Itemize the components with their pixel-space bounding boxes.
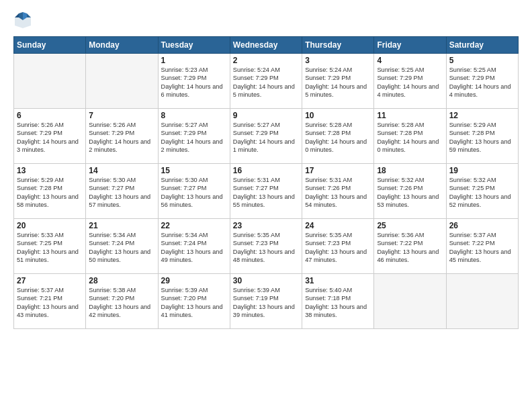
day-number: 9 — [233, 111, 299, 120]
day-info: Sunrise: 5:35 AM Sunset: 7:23 PM Dayligh… — [233, 231, 299, 265]
day-number: 4 — [377, 56, 443, 65]
day-number: 25 — [377, 221, 443, 230]
day-number: 24 — [305, 221, 371, 230]
day-cell: 2Sunrise: 5:24 AM Sunset: 7:29 PM Daylig… — [230, 54, 302, 109]
week-row-3: 13Sunrise: 5:29 AM Sunset: 7:28 PM Dayli… — [14, 164, 519, 219]
day-cell: 17Sunrise: 5:31 AM Sunset: 7:26 PM Dayli… — [302, 164, 374, 219]
day-number: 28 — [89, 276, 154, 285]
day-number: 10 — [305, 111, 371, 120]
calendar: SundayMondayTuesdayWednesdayThursdayFrid… — [13, 36, 519, 329]
day-info: Sunrise: 5:37 AM Sunset: 7:22 PM Dayligh… — [449, 231, 515, 265]
day-cell: 12Sunrise: 5:29 AM Sunset: 7:28 PM Dayli… — [446, 109, 518, 164]
day-cell: 26Sunrise: 5:37 AM Sunset: 7:22 PM Dayli… — [446, 219, 518, 274]
day-info: Sunrise: 5:27 AM Sunset: 7:29 PM Dayligh… — [161, 121, 227, 154]
day-info: Sunrise: 5:24 AM Sunset: 7:29 PM Dayligh… — [305, 66, 371, 99]
day-cell: 8Sunrise: 5:27 AM Sunset: 7:29 PM Daylig… — [158, 109, 230, 164]
svg-marker-4 — [15, 13, 19, 17]
day-info: Sunrise: 5:32 AM Sunset: 7:26 PM Dayligh… — [377, 176, 443, 210]
day-cell: 14Sunrise: 5:30 AM Sunset: 7:27 PM Dayli… — [86, 164, 158, 219]
day-cell: 3Sunrise: 5:24 AM Sunset: 7:29 PM Daylig… — [302, 54, 374, 109]
day-info: Sunrise: 5:31 AM Sunset: 7:26 PM Dayligh… — [305, 176, 371, 210]
day-info: Sunrise: 5:38 AM Sunset: 7:20 PM Dayligh… — [89, 286, 154, 320]
day-cell: 1Sunrise: 5:23 AM Sunset: 7:29 PM Daylig… — [158, 54, 230, 109]
day-number: 30 — [233, 276, 299, 285]
weekday-header-sunday: Sunday — [14, 37, 86, 54]
weekday-header-row: SundayMondayTuesdayWednesdayThursdayFrid… — [14, 37, 519, 54]
day-info: Sunrise: 5:25 AM Sunset: 7:29 PM Dayligh… — [449, 66, 515, 99]
weekday-header-saturday: Saturday — [446, 37, 518, 54]
logo — [13, 11, 35, 30]
day-number: 31 — [305, 276, 371, 285]
day-info: Sunrise: 5:29 AM Sunset: 7:28 PM Dayligh… — [17, 176, 83, 210]
day-cell: 13Sunrise: 5:29 AM Sunset: 7:28 PM Dayli… — [14, 164, 86, 219]
day-info: Sunrise: 5:34 AM Sunset: 7:24 PM Dayligh… — [161, 231, 227, 265]
week-row-1: 1Sunrise: 5:23 AM Sunset: 7:29 PM Daylig… — [14, 54, 519, 109]
weekday-header-wednesday: Wednesday — [230, 37, 302, 54]
day-cell: 18Sunrise: 5:32 AM Sunset: 7:26 PM Dayli… — [374, 164, 446, 219]
day-info: Sunrise: 5:31 AM Sunset: 7:27 PM Dayligh… — [233, 176, 299, 210]
day-number: 19 — [449, 166, 515, 175]
weekday-header-friday: Friday — [374, 37, 446, 54]
day-info: Sunrise: 5:40 AM Sunset: 7:18 PM Dayligh… — [305, 286, 371, 320]
day-info: Sunrise: 5:30 AM Sunset: 7:27 PM Dayligh… — [161, 176, 227, 210]
day-number: 14 — [89, 166, 154, 175]
header — [13, 11, 519, 30]
week-row-4: 20Sunrise: 5:33 AM Sunset: 7:25 PM Dayli… — [14, 219, 519, 274]
day-cell: 24Sunrise: 5:35 AM Sunset: 7:23 PM Dayli… — [302, 219, 374, 274]
day-number: 6 — [17, 111, 83, 120]
day-number: 5 — [449, 56, 515, 65]
day-cell — [374, 274, 446, 329]
logo-icon — [13, 11, 32, 30]
day-cell: 4Sunrise: 5:25 AM Sunset: 7:29 PM Daylig… — [374, 54, 446, 109]
day-cell: 7Sunrise: 5:26 AM Sunset: 7:29 PM Daylig… — [86, 109, 158, 164]
day-info: Sunrise: 5:27 AM Sunset: 7:29 PM Dayligh… — [233, 121, 299, 154]
day-number: 12 — [449, 111, 515, 120]
day-info: Sunrise: 5:28 AM Sunset: 7:28 PM Dayligh… — [377, 121, 443, 154]
day-number: 18 — [377, 166, 443, 175]
day-number: 16 — [233, 166, 299, 175]
day-number: 29 — [161, 276, 227, 285]
day-cell — [446, 274, 518, 329]
page: SundayMondayTuesdayWednesdayThursdayFrid… — [0, 0, 532, 411]
weekday-header-thursday: Thursday — [302, 37, 374, 54]
day-number: 20 — [17, 221, 83, 230]
day-info: Sunrise: 5:25 AM Sunset: 7:29 PM Dayligh… — [377, 66, 443, 99]
day-info: Sunrise: 5:28 AM Sunset: 7:28 PM Dayligh… — [305, 121, 371, 154]
day-info: Sunrise: 5:36 AM Sunset: 7:22 PM Dayligh… — [377, 231, 443, 265]
day-cell: 20Sunrise: 5:33 AM Sunset: 7:25 PM Dayli… — [14, 219, 86, 274]
day-info: Sunrise: 5:34 AM Sunset: 7:24 PM Dayligh… — [89, 231, 154, 265]
day-cell: 16Sunrise: 5:31 AM Sunset: 7:27 PM Dayli… — [230, 164, 302, 219]
week-row-2: 6Sunrise: 5:26 AM Sunset: 7:29 PM Daylig… — [14, 109, 519, 164]
day-number: 11 — [377, 111, 443, 120]
day-info: Sunrise: 5:29 AM Sunset: 7:28 PM Dayligh… — [449, 121, 515, 154]
day-cell: 30Sunrise: 5:39 AM Sunset: 7:19 PM Dayli… — [230, 274, 302, 329]
day-number: 8 — [161, 111, 227, 120]
day-cell: 11Sunrise: 5:28 AM Sunset: 7:28 PM Dayli… — [374, 109, 446, 164]
day-number: 17 — [305, 166, 371, 175]
day-number: 1 — [161, 56, 227, 65]
day-number: 13 — [17, 166, 83, 175]
day-info: Sunrise: 5:26 AM Sunset: 7:29 PM Dayligh… — [89, 121, 154, 154]
day-cell: 9Sunrise: 5:27 AM Sunset: 7:29 PM Daylig… — [230, 109, 302, 164]
day-cell: 25Sunrise: 5:36 AM Sunset: 7:22 PM Dayli… — [374, 219, 446, 274]
day-info: Sunrise: 5:30 AM Sunset: 7:27 PM Dayligh… — [89, 176, 154, 210]
week-row-5: 27Sunrise: 5:37 AM Sunset: 7:21 PM Dayli… — [14, 274, 519, 329]
day-info: Sunrise: 5:39 AM Sunset: 7:19 PM Dayligh… — [233, 286, 299, 320]
day-cell: 31Sunrise: 5:40 AM Sunset: 7:18 PM Dayli… — [302, 274, 374, 329]
day-cell: 15Sunrise: 5:30 AM Sunset: 7:27 PM Dayli… — [158, 164, 230, 219]
day-number: 26 — [449, 221, 515, 230]
day-cell: 10Sunrise: 5:28 AM Sunset: 7:28 PM Dayli… — [302, 109, 374, 164]
day-number: 27 — [17, 276, 83, 285]
day-cell: 23Sunrise: 5:35 AM Sunset: 7:23 PM Dayli… — [230, 219, 302, 274]
day-cell: 29Sunrise: 5:39 AM Sunset: 7:20 PM Dayli… — [158, 274, 230, 329]
day-cell — [86, 54, 158, 109]
weekday-header-tuesday: Tuesday — [158, 37, 230, 54]
day-info: Sunrise: 5:37 AM Sunset: 7:21 PM Dayligh… — [17, 286, 83, 320]
day-cell: 19Sunrise: 5:32 AM Sunset: 7:25 PM Dayli… — [446, 164, 518, 219]
day-number: 22 — [161, 221, 227, 230]
day-number: 21 — [89, 221, 154, 230]
day-info: Sunrise: 5:32 AM Sunset: 7:25 PM Dayligh… — [449, 176, 515, 210]
day-cell: 27Sunrise: 5:37 AM Sunset: 7:21 PM Dayli… — [14, 274, 86, 329]
svg-marker-1 — [27, 13, 31, 17]
day-info: Sunrise: 5:24 AM Sunset: 7:29 PM Dayligh… — [233, 66, 299, 99]
